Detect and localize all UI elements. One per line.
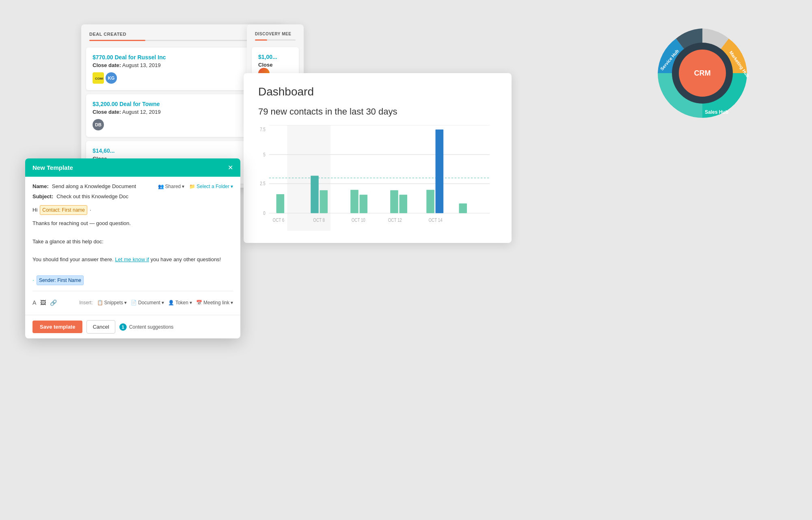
- snippets-chevron: ▾: [124, 300, 127, 306]
- snippets-label: Snippets: [104, 300, 123, 306]
- shared-icon: 👥: [158, 184, 164, 189]
- svg-text:0: 0: [263, 210, 265, 216]
- contact-first-name-token[interactable]: Contact: First name: [40, 205, 87, 215]
- token-button[interactable]: 👤 Token ▾: [168, 300, 192, 306]
- svg-text:OCT 10: OCT 10: [352, 217, 365, 223]
- let-me-know-link[interactable]: Let me know if: [115, 256, 149, 262]
- deal-avatar-kg: KG: [106, 72, 117, 84]
- modal-subject-value: Check out this Knowledge Doc: [56, 193, 128, 199]
- token-label: Token: [175, 300, 188, 306]
- svg-rect-20: [436, 130, 444, 213]
- deal-date-r1: Close: [258, 62, 292, 68]
- meeting-link-label: Meeting link: [203, 300, 229, 306]
- meeting-link-button[interactable]: 📅 Meeting link ▾: [196, 300, 233, 306]
- svg-text:COMIC: COMIC: [95, 77, 103, 80]
- document-button[interactable]: 📄 Document ▾: [131, 300, 164, 306]
- hi-dash: ·: [90, 206, 91, 214]
- svg-rect-21: [459, 204, 467, 213]
- cs-count-badge: 1: [119, 323, 127, 331]
- toolbar-row: A 🖼 🔗 Insert: 📋 Snippets ▾ 📄 Document ▾ …: [32, 297, 233, 308]
- svg-rect-14: [320, 190, 328, 213]
- modal-title: New Template: [32, 164, 73, 171]
- svg-rect-15: [350, 190, 358, 213]
- svg-text:OCT 14: OCT 14: [429, 217, 443, 223]
- svg-text:OCT 6: OCT 6: [273, 217, 285, 223]
- deal-logo-1: COMIC: [93, 72, 104, 84]
- modal-close-button[interactable]: ✕: [228, 165, 233, 171]
- sender-bullet-line: · Sender: First Name: [32, 275, 233, 285]
- body-divider: [32, 291, 233, 291]
- modal-footer: Save template Cancel 1 Content suggestio…: [25, 315, 240, 338]
- content-suggestions[interactable]: 1 Content suggestions: [119, 323, 173, 331]
- format-text-icon[interactable]: A: [32, 299, 36, 306]
- chart-svg: 0 2.5 5 7.5 OCT 6 OCT 8 OCT 10 OCT 12: [258, 125, 497, 231]
- modal-subject-row: Subject: Check out this Knowledge Doc: [32, 193, 233, 199]
- meeting-chevron: ▾: [231, 300, 233, 306]
- dashboard-panel: Dashboard 79 new contacts in the last 30…: [244, 73, 512, 243]
- svg-rect-19: [426, 190, 434, 213]
- deals-col2-header: DISCOVERY MEE: [247, 24, 304, 39]
- svg-text:Sales Hub: Sales Hub: [705, 109, 728, 115]
- svg-text:OCT 8: OCT 8: [313, 217, 325, 223]
- image-icon[interactable]: 🖼: [40, 299, 46, 306]
- hi-text: Hi: [32, 206, 37, 214]
- deal-title-r1: $1,00...: [258, 54, 292, 60]
- email-body: Hi Contact: First name · Thanks for reac…: [32, 205, 233, 285]
- body-line-1: Thanks for reaching out — good question.: [32, 219, 233, 228]
- svg-text:2.5: 2.5: [260, 181, 266, 186]
- svg-rect-18: [399, 195, 407, 213]
- deal-avatar-db: DB: [93, 119, 104, 130]
- hubspot-wheel: CRM Sales Hub Marketing Hub Service Hub: [650, 20, 755, 126]
- chart-area: 0 2.5 5 7.5 OCT 6 OCT 8 OCT 10 OCT 12: [258, 125, 497, 231]
- snippets-icon: 📋: [97, 300, 103, 306]
- modal-header: New Template ✕: [25, 158, 240, 177]
- snippets-button[interactable]: 📋 Snippets ▾: [97, 300, 127, 306]
- svg-text:5: 5: [263, 152, 265, 157]
- deal-title-1: $770.00 Deal for Russel Inc: [93, 54, 273, 61]
- svg-rect-16: [359, 195, 367, 213]
- modal-name-row: Name: Send along a Knowledge Document 👥 …: [32, 183, 233, 189]
- bullet-icon: ·: [32, 275, 34, 285]
- meeting-icon: 📅: [196, 300, 202, 306]
- shared-label: Shared: [165, 184, 181, 189]
- modal-body: Name: Send along a Knowledge Document 👥 …: [25, 177, 240, 315]
- toolbar-left: A 🖼 🔗: [32, 299, 57, 306]
- folder-button[interactable]: 📁 Select a Folder ▾: [189, 184, 233, 189]
- sender-first-name-token[interactable]: Sender: First Name: [37, 275, 84, 285]
- svg-text:OCT 12: OCT 12: [388, 217, 402, 223]
- link-icon[interactable]: 🔗: [50, 299, 57, 306]
- dashboard-stat: 79 new contacts in the last 30 days: [258, 106, 497, 117]
- cancel-button[interactable]: Cancel: [86, 320, 115, 334]
- new-template-modal: New Template ✕ Name: Send along a Knowle…: [25, 158, 240, 338]
- modal-field-right: 👥 Shared ▾ 📁 Select a Folder ▾: [158, 184, 233, 189]
- svg-rect-13: [311, 176, 319, 213]
- insert-label: Insert:: [79, 300, 93, 306]
- hi-line: Hi Contact: First name ·: [32, 205, 233, 215]
- document-label: Document: [138, 300, 160, 306]
- document-icon: 📄: [131, 300, 137, 306]
- body-line-2: Take a glance at this help doc:: [32, 237, 233, 246]
- modal-name-label: Name:: [32, 183, 49, 189]
- modal-subject-label: Subject:: [32, 193, 53, 199]
- save-template-button[interactable]: Save template: [32, 321, 82, 333]
- folder-label: Select a Folder: [197, 184, 229, 189]
- deals-col2-title: DISCOVERY MEE: [255, 32, 291, 36]
- dashboard-title: Dashboard: [258, 85, 497, 98]
- svg-text:CRM: CRM: [694, 69, 711, 77]
- deals-col-title: DEAL CREATED: [89, 32, 126, 37]
- deals-col2-progress: [255, 39, 296, 41]
- svg-rect-12: [276, 194, 285, 213]
- body-line-3: You should find your answer there. Let m…: [32, 255, 233, 264]
- toolbar-right: Insert: 📋 Snippets ▾ 📄 Document ▾ 👤 Toke…: [79, 300, 233, 306]
- cs-label: Content suggestions: [129, 324, 173, 330]
- folder-icon: 📁: [189, 184, 195, 189]
- svg-text:7.5: 7.5: [260, 127, 266, 132]
- svg-rect-17: [390, 190, 398, 213]
- modal-name-value: Send along a Knowledge Document: [52, 183, 158, 189]
- token-chevron: ▾: [190, 300, 192, 306]
- folder-chevron: ▾: [231, 184, 233, 189]
- token-icon: 👤: [168, 300, 174, 306]
- hubspot-wheel-svg: CRM Sales Hub Marketing Hub Service Hub: [650, 20, 755, 126]
- shared-button[interactable]: 👥 Shared ▾: [158, 184, 185, 189]
- document-chevron: ▾: [162, 300, 164, 306]
